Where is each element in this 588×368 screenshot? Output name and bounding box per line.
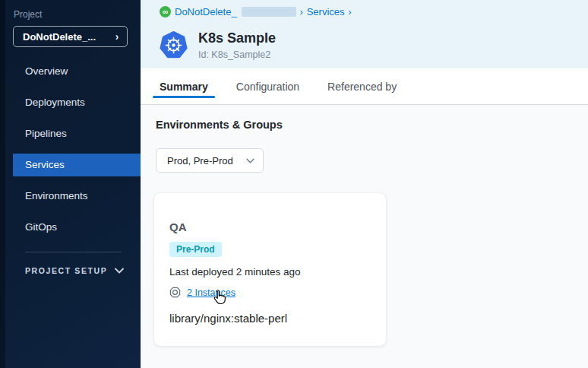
redacted-project-name [242, 7, 296, 17]
environment-filter-value: Prod, Pre-Prod [167, 155, 233, 167]
octagon-icon [169, 287, 181, 298]
environment-card-qa: QA Pre-Prod Last deployed 2 minutes ago … [154, 193, 386, 346]
project-label: Project [14, 9, 42, 20]
sidebar-item-label: GitOps [25, 221, 57, 233]
service-detail-page: Project DoNotDelete_... › Overview Deplo… [0, 0, 588, 368]
last-deployed-text: Last deployed 2 minutes ago [169, 266, 301, 278]
instances-link[interactable]: 2 Instances [187, 287, 236, 298]
breadcrumb: ∞ DoNotDelete_ › Services › [141, 0, 588, 17]
sidebar-item-label: Overview [25, 65, 68, 77]
project-selector-value: DoNotDelete_... [23, 31, 96, 43]
sidebar-item-gitops[interactable]: GitOps [0, 211, 141, 243]
breadcrumb-separator: › [349, 7, 352, 17]
sidebar-item-pipelines[interactable]: Pipelines [0, 118, 141, 149]
tab-bar: Summary Configuration Referenced by [141, 68, 588, 105]
main-panel: ∞ DoNotDelete_ › Services › [141, 0, 588, 368]
breadcrumb-separator: › [300, 7, 303, 17]
project-setup-label: PROJECT SETUP [25, 266, 107, 275]
kubernetes-wheel-icon [160, 31, 188, 59]
service-title-row: K8s Sample Id: K8s_Sample2 [160, 30, 276, 60]
project-sidebar: Project DoNotDelete_... › Overview Deplo… [0, 0, 141, 368]
service-title-block: K8s Sample Id: K8s_Sample2 [198, 30, 276, 60]
sidebar-nav: Overview Deployments Pipelines Services … [0, 56, 141, 243]
chevron-down-icon [115, 268, 124, 274]
environment-name: QA [169, 220, 187, 233]
section-title: Environments & Groups [156, 119, 283, 131]
tab-configuration[interactable]: Configuration [236, 68, 299, 104]
project-setup-toggle[interactable]: PROJECT SETUP [25, 266, 124, 275]
chevron-down-icon [246, 158, 254, 163]
sidebar-item-label: Services [25, 159, 65, 170]
service-id: Id: K8s_Sample2 [198, 49, 276, 60]
sidebar-item-label: Deployments [25, 97, 85, 108]
tab-summary[interactable]: Summary [160, 68, 208, 104]
breadcrumb-services-link[interactable]: Services [307, 6, 345, 17]
tab-label: Summary [160, 81, 208, 93]
environment-filter-dropdown[interactable]: Prod, Pre-Prod [156, 148, 264, 173]
project-selector[interactable]: DoNotDelete_... › [13, 26, 128, 47]
page-title: K8s Sample [198, 30, 276, 46]
breadcrumb-project-link[interactable]: DoNotDelete_ [175, 6, 237, 17]
env-type-badge: Pre-Prod [169, 242, 222, 257]
instances-row: 2 Instances [169, 287, 236, 298]
service-header: ∞ DoNotDelete_ › Services › [141, 0, 588, 68]
sidebar-item-deployments[interactable]: Deployments [0, 87, 141, 118]
tab-label: Referenced by [327, 81, 397, 93]
tab-referenced-by[interactable]: Referenced by [327, 68, 397, 104]
cd-module-icon: ∞ [160, 6, 171, 17]
sidebar-item-overview[interactable]: Overview [0, 56, 141, 87]
sidebar-item-label: Environments [25, 190, 88, 201]
tab-label: Configuration [236, 81, 299, 93]
sidebar-item-environments[interactable]: Environments [0, 180, 141, 211]
sidebar-divider [25, 252, 122, 252]
artifact-name: library/nginx:stable-perl [169, 312, 287, 325]
summary-content: Environments & Groups Prod, Pre-Prod QA … [141, 105, 588, 368]
sidebar-item-label: Pipelines [25, 128, 67, 139]
chevron-right-icon: › [115, 30, 119, 43]
sidebar-item-services[interactable]: Services [13, 154, 141, 176]
